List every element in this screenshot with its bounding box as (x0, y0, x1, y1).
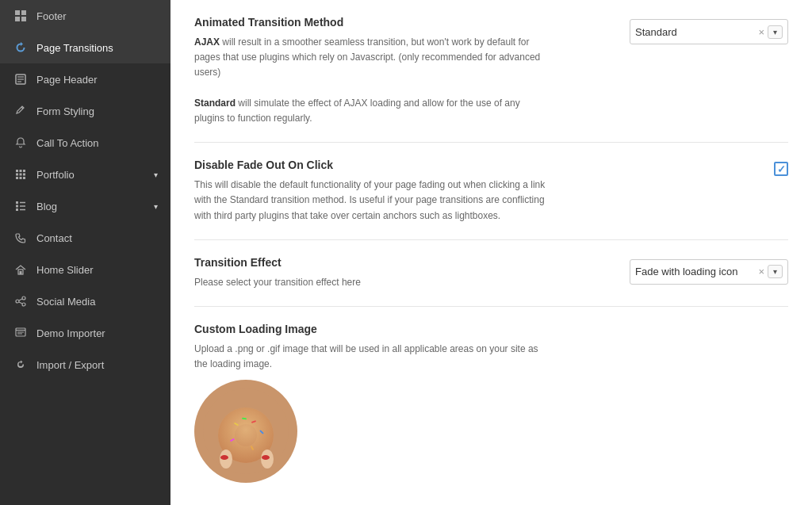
page-icon (13, 71, 29, 87)
svg-line-30 (19, 302, 22, 304)
section-desc: This will disable the default functional… (194, 178, 551, 224)
sidebar-item-footer[interactable]: Footer (0, 0, 170, 32)
section-desc: Please select your transition effect her… (194, 275, 551, 290)
refresh2-icon (13, 357, 29, 373)
main-content: Animated Transition Method AJAX will res… (170, 0, 812, 505)
svg-rect-15 (16, 177, 18, 179)
section-title: Disable Fade Out On Click (194, 159, 742, 171)
section-right (774, 159, 788, 176)
section-left: Animated Transition Method AJAX will res… (194, 16, 598, 126)
section-row: Disable Fade Out On Click This will disa… (194, 159, 788, 224)
phone-icon (13, 230, 29, 246)
svg-rect-9 (16, 170, 18, 172)
section-row: Transition Effect Please select your tra… (194, 256, 788, 290)
refresh-icon (13, 40, 29, 55)
dots-icon (13, 166, 29, 182)
svg-rect-20 (16, 205, 18, 208)
sidebar-item-home-slider[interactable]: Home Slider (0, 254, 170, 285)
sidebar-item-label: Portfolio (36, 169, 75, 181)
home-icon (13, 262, 29, 277)
sidebar-item-label: Home Slider (36, 264, 94, 276)
section-desc: Upload a .png or .gif image that will be… (194, 342, 551, 372)
svg-point-26 (22, 296, 25, 300)
svg-rect-2 (15, 17, 20, 21)
svg-rect-14 (23, 174, 25, 176)
svg-rect-16 (20, 177, 22, 179)
select-value: Fade with loading icon (635, 266, 758, 277)
bell-icon (13, 135, 29, 151)
sidebar-item-page-header[interactable]: Page Header (0, 63, 170, 95)
sidebar-item-label: Demo Importer (36, 327, 105, 339)
share-icon (13, 293, 29, 309)
svg-rect-12 (16, 174, 18, 176)
sidebar-item-demo-importer[interactable]: Demo Importer (0, 317, 170, 349)
svg-rect-13 (20, 174, 22, 176)
sidebar-item-label: Page Transitions (36, 42, 113, 54)
section-title: Transition Effect (194, 256, 598, 269)
sidebar-item-social-media[interactable]: Social Media (0, 285, 170, 317)
section-custom-loading-image: Custom Loading Image Upload a .png or .g… (194, 307, 788, 499)
svg-rect-3 (21, 17, 26, 21)
select-value: Standard (635, 26, 758, 38)
svg-rect-17 (23, 177, 25, 179)
sidebar: Footer Page Transitions Page Header Form… (0, 0, 170, 505)
pencil-icon (13, 103, 29, 119)
section-title: Custom Loading Image (194, 323, 788, 335)
list-icon (13, 198, 29, 214)
sidebar-item-label: Social Media (36, 296, 95, 308)
sidebar-item-portfolio[interactable]: Portfolio ▾ (0, 159, 170, 190)
svg-point-48 (262, 455, 270, 460)
select-clear-icon[interactable]: × (758, 266, 764, 277)
section-left: Transition Effect Please select your tra… (194, 256, 598, 290)
content-area: Animated Transition Method AJAX will res… (170, 0, 812, 505)
section-disable-fade-out: Disable Fade Out On Click This will disa… (194, 143, 788, 240)
select-dropdown-icon[interactable]: ▾ (768, 265, 783, 278)
import-icon (13, 325, 29, 341)
animated-transition-select[interactable]: Standard × ▾ (630, 19, 788, 44)
sidebar-item-label: Blog (36, 201, 57, 212)
sidebar-item-label: Import / Export (36, 359, 104, 371)
svg-rect-25 (20, 271, 22, 274)
chevron-down-icon: ▾ (154, 202, 158, 211)
sidebar-item-label: Footer (36, 10, 67, 22)
select-clear-icon[interactable]: × (758, 26, 764, 38)
transition-effect-select[interactable]: Fade with loading icon × ▾ (630, 259, 788, 285)
sidebar-item-form-styling[interactable]: Form Styling (0, 95, 170, 127)
section-right: Standard × ▾ (630, 16, 788, 44)
section-transition-effect: Transition Effect Please select your tra… (194, 240, 788, 307)
section-row: Animated Transition Method AJAX will res… (194, 16, 788, 126)
sidebar-item-import-export[interactable]: Import / Export (0, 349, 170, 381)
sidebar-item-label: Contact (36, 232, 72, 244)
custom-loading-image-thumb[interactable] (194, 380, 297, 483)
svg-rect-22 (16, 209, 18, 211)
svg-point-28 (22, 303, 25, 306)
svg-rect-1 (21, 10, 26, 15)
section-animated-transition: Animated Transition Method AJAX will res… (194, 0, 788, 143)
svg-rect-11 (23, 170, 25, 172)
sidebar-item-label: Form Styling (36, 105, 94, 117)
svg-point-27 (16, 300, 19, 303)
section-title: Animated Transition Method (194, 16, 598, 29)
svg-rect-0 (15, 10, 20, 15)
disable-fade-out-checkbox[interactable] (774, 162, 788, 176)
svg-rect-18 (16, 201, 18, 204)
chevron-down-icon: ▾ (154, 170, 158, 179)
section-right: Fade with loading icon × ▾ (630, 256, 788, 285)
sidebar-item-label: Call To Action (36, 137, 99, 149)
sidebar-item-page-transitions[interactable]: Page Transitions (0, 32, 170, 63)
select-dropdown-icon[interactable]: ▾ (768, 25, 783, 39)
section-left: Disable Fade Out On Click This will disa… (194, 159, 742, 224)
sidebar-item-contact[interactable]: Contact (0, 222, 170, 254)
sidebar-item-blog[interactable]: Blog ▾ (0, 190, 170, 222)
grid-icon (13, 8, 29, 24)
upload-image-container (194, 380, 788, 483)
svg-point-47 (220, 455, 228, 460)
svg-rect-10 (20, 170, 22, 172)
section-desc: AJAX will result in a smoother seamless … (194, 35, 551, 126)
sidebar-item-call-to-action[interactable]: Call To Action (0, 127, 170, 159)
sidebar-item-label: Page Header (36, 74, 98, 86)
svg-line-29 (19, 299, 22, 300)
